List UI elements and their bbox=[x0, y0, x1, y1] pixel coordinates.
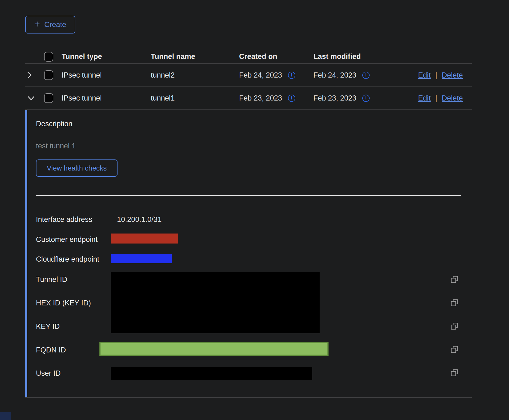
copy-fqdn-id-button[interactable] bbox=[451, 346, 458, 353]
cloudflare-endpoint-redacted-value bbox=[111, 254, 172, 263]
info-icon[interactable]: i bbox=[362, 72, 370, 79]
key-id-label: KEY ID bbox=[36, 322, 60, 331]
page-content: + Create Tunnel type Tunnel name Created… bbox=[0, 0, 509, 398]
view-health-checks-button[interactable]: View health checks bbox=[36, 159, 118, 177]
tunnel-type-cell: IPsec tunnel bbox=[62, 94, 151, 102]
table-header-row: Tunnel type Tunnel name Created on Last … bbox=[25, 50, 472, 64]
interface-address-value: 10.200.1.0/31 bbox=[117, 215, 162, 224]
fqdn-id-label: FQDN ID bbox=[36, 346, 66, 354]
copy-tunnel-id-button[interactable] bbox=[451, 276, 458, 283]
description-value: test tunnel 1 bbox=[36, 142, 76, 150]
tunnel-id-label: Tunnel ID bbox=[36, 275, 67, 284]
create-button[interactable]: + Create bbox=[25, 16, 75, 34]
table-row: IPsec tunnel tunnel2 Feb 24, 2023 i Feb … bbox=[25, 64, 472, 87]
copy-icon bbox=[451, 346, 458, 353]
info-icon[interactable]: i bbox=[288, 72, 295, 79]
copy-key-id-button[interactable] bbox=[451, 323, 458, 330]
copy-user-id-button[interactable] bbox=[451, 369, 458, 376]
copy-hex-id-button[interactable] bbox=[451, 299, 458, 306]
copy-icon bbox=[451, 369, 458, 376]
customer-endpoint-label: Customer endpoint bbox=[36, 235, 98, 244]
action-separator: | bbox=[435, 71, 437, 79]
info-icon[interactable]: i bbox=[362, 95, 370, 102]
chevron-right-icon bbox=[27, 71, 32, 79]
created-on-cell: Feb 24, 2023 bbox=[239, 71, 282, 79]
create-button-label: Create bbox=[44, 21, 66, 29]
last-modified-cell: Feb 24, 2023 bbox=[313, 71, 356, 79]
column-header-tunnel-type: Tunnel type bbox=[62, 52, 151, 61]
table-row: IPsec tunnel tunnel1 Feb 23, 2023 i Feb … bbox=[25, 87, 472, 110]
cloudflare-endpoint-label: Cloudflare endpoint bbox=[36, 255, 99, 264]
edit-link[interactable]: Edit bbox=[418, 94, 431, 102]
delete-link[interactable]: Delete bbox=[442, 94, 463, 102]
section-divider bbox=[36, 195, 461, 196]
column-header-tunnel-name: Tunnel name bbox=[151, 52, 239, 61]
interface-address-label: Interface address bbox=[36, 215, 92, 224]
expanded-row-accent-bar bbox=[25, 110, 27, 397]
tunnel-type-cell: IPsec tunnel bbox=[62, 71, 151, 79]
copy-icon bbox=[451, 299, 458, 306]
user-id-redacted-value bbox=[111, 367, 312, 380]
hex-id-label: HEX ID (KEY ID) bbox=[36, 299, 91, 307]
copy-icon bbox=[451, 323, 458, 330]
created-on-cell: Feb 23, 2023 bbox=[239, 94, 282, 102]
collapse-row-button[interactable] bbox=[27, 96, 35, 101]
tunnel-name-cell: tunnel2 bbox=[151, 71, 239, 79]
row-checkbox[interactable] bbox=[44, 93, 53, 103]
chevron-down-icon bbox=[27, 96, 35, 101]
row-checkbox[interactable] bbox=[44, 70, 53, 80]
info-icon[interactable]: i bbox=[288, 95, 295, 102]
ids-redacted-value-block bbox=[111, 272, 320, 333]
column-header-last-modified: Last modified bbox=[313, 52, 394, 61]
description-label: Description bbox=[36, 119, 72, 128]
fqdn-id-redacted-value bbox=[99, 342, 329, 356]
expand-row-button[interactable] bbox=[27, 71, 32, 79]
action-separator: | bbox=[435, 94, 437, 102]
delete-link[interactable]: Delete bbox=[442, 71, 463, 79]
plus-icon: + bbox=[34, 19, 40, 29]
customer-endpoint-redacted-value bbox=[111, 234, 178, 244]
column-header-created-on: Created on bbox=[239, 52, 313, 61]
tunnel-name-cell: tunnel1 bbox=[151, 94, 239, 102]
tunnels-table: Tunnel type Tunnel name Created on Last … bbox=[25, 50, 472, 398]
user-id-label: User ID bbox=[36, 369, 61, 378]
edit-link[interactable]: Edit bbox=[418, 71, 431, 79]
tunnel-detail-panel: Description test tunnel 1 View health ch… bbox=[25, 110, 472, 398]
last-modified-cell: Feb 23, 2023 bbox=[313, 94, 356, 102]
bottom-left-accent bbox=[0, 412, 11, 420]
select-all-checkbox[interactable] bbox=[44, 52, 53, 62]
copy-icon bbox=[451, 276, 458, 283]
